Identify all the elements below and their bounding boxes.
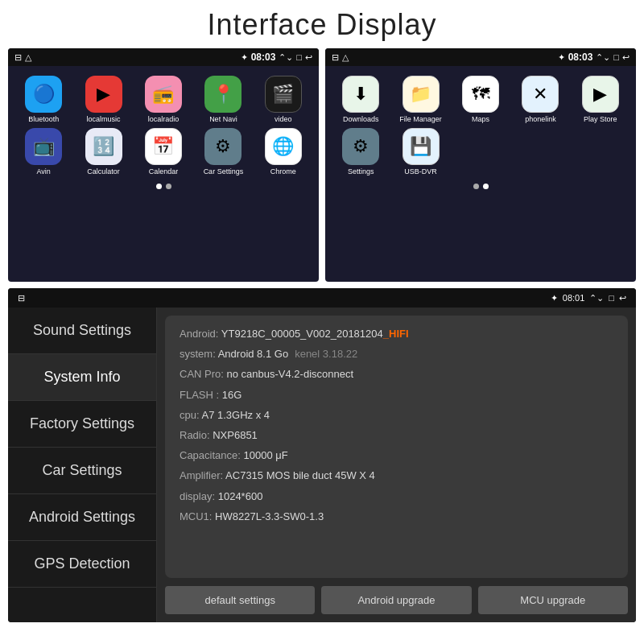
app-label: Maps xyxy=(472,115,489,123)
app-item[interactable]: 📍 Net Navi xyxy=(196,76,250,123)
app-label: Calculator xyxy=(87,167,120,175)
info-row: Radio: NXP6851 xyxy=(180,428,613,443)
sidebar-item[interactable]: Car Settings xyxy=(8,448,156,494)
status-bar-left: ⊟ △ ✦ 08:03 ⌃⌄ □ ↩ xyxy=(8,48,319,66)
info-row: Amplifier: AC7315 MOS bile duct 45W X 4 xyxy=(180,469,613,483)
dot-1-left xyxy=(156,184,162,189)
app-label: Downloads xyxy=(343,115,379,123)
sidebar-item[interactable]: System Info xyxy=(8,354,156,401)
app-label: Net Navi xyxy=(209,115,237,123)
status-bar-right: ⊟ △ ✦ 08:03 ⌃⌄ □ ↩ xyxy=(325,48,636,66)
app-icon: ✕ xyxy=(522,76,559,113)
app-item[interactable]: 🎬 video xyxy=(256,76,311,123)
app-item[interactable]: 📅 Calendar xyxy=(136,128,191,175)
sidebar-item[interactable]: Android Settings xyxy=(8,494,156,541)
app-icon: ⚙ xyxy=(342,128,379,165)
main-content: Android: YT9218C_00005_V002_20181204_HIF… xyxy=(157,308,636,622)
info-row: Android: YT9218C_00005_V002_20181204_HIF… xyxy=(180,327,613,341)
back-icon-right: ↩ xyxy=(622,52,630,63)
app-item[interactable]: 📺 Avin xyxy=(16,128,71,175)
app-label: File Manager xyxy=(399,115,442,123)
app-item[interactable]: ⚙ Settings xyxy=(333,128,388,175)
app-item[interactable]: ✕ phonelink xyxy=(513,76,568,123)
sidebar-item[interactable]: Sound Settings xyxy=(8,308,156,354)
notif-icon-left: △ xyxy=(25,52,31,63)
app-label: Calendar xyxy=(149,167,179,175)
app-icon: ⬇ xyxy=(342,76,379,113)
bt-icon-left: ✦ xyxy=(241,52,248,63)
panel-arr-icon: ⌃⌄ xyxy=(589,293,604,303)
action-button[interactable]: MCU upgrade xyxy=(478,586,628,614)
app-item[interactable]: ▶ Play Store xyxy=(573,76,628,123)
info-row: cpu: A7 1.3GHz x 4 xyxy=(180,408,613,423)
sidebar-item[interactable]: Factory Settings xyxy=(8,401,156,448)
panel-win-icon: □ xyxy=(609,293,614,303)
app-item[interactable]: ⚙ Car Settings xyxy=(196,128,250,175)
arr-icon-left: ⌃⌄ xyxy=(279,52,293,63)
dot-2-left xyxy=(166,184,171,189)
sidebar-item[interactable]: GPS Detection xyxy=(8,541,156,588)
action-button[interactable]: Android upgrade xyxy=(321,586,471,614)
screenshot-right: ⊟ △ ✦ 08:03 ⌃⌄ □ ↩ ⬇ Downloads 📁 File Ma… xyxy=(325,48,636,282)
app-item[interactable]: 💾 USB-DVR xyxy=(393,128,448,175)
app-item[interactable]: ⬇ Downloads xyxy=(333,76,388,123)
app-icon: 📁 xyxy=(402,76,440,113)
app-grid-left: 🔵 Bluetooth ▶ localmusic 📻 localradio 📍 … xyxy=(8,66,319,180)
app-icon: 🗺 xyxy=(462,76,499,113)
notif-icon-right: △ xyxy=(342,52,349,63)
panel-back-icon: ↩ xyxy=(619,293,626,303)
app-icon: 📻 xyxy=(145,76,182,113)
dot-1-right xyxy=(473,184,479,189)
sidebar: Sound SettingsSystem InfoFactory Setting… xyxy=(8,308,157,622)
app-label: video xyxy=(275,115,292,123)
app-label: phonelink xyxy=(525,115,556,123)
dot-indicator-right xyxy=(325,180,636,192)
app-label: localmusic xyxy=(87,115,121,123)
win-icon-right: □ xyxy=(613,52,619,62)
app-icon: 🎬 xyxy=(265,76,302,113)
info-row: system: Android 8.1 Gokenel 3.18.22 xyxy=(180,347,613,361)
app-label: Car Settings xyxy=(204,167,244,175)
app-icon: 🔵 xyxy=(25,76,62,113)
app-item[interactable]: 📻 localradio xyxy=(136,76,191,123)
panel-status-bar: ⊟ ✦ 08:01 ⌃⌄ □ ↩ xyxy=(8,288,636,308)
action-buttons: default settingsAndroid upgradeMCU upgra… xyxy=(157,586,636,622)
app-icon: ⚙ xyxy=(204,128,242,165)
info-row: display: 1024*600 xyxy=(180,489,613,504)
app-icon: 🔢 xyxy=(85,128,122,165)
home-icon-left: ⊟ xyxy=(14,52,22,63)
app-label: Settings xyxy=(348,167,374,175)
android-panel: ⊟ ✦ 08:01 ⌃⌄ □ ↩ Sound SettingsSystem In… xyxy=(8,288,636,622)
screenshot-left: ⊟ △ ✦ 08:03 ⌃⌄ □ ↩ 🔵 Bluetooth ▶ localmu… xyxy=(8,48,319,282)
app-label: Play Store xyxy=(584,115,617,123)
app-item[interactable]: 🗺 Maps xyxy=(453,76,508,123)
info-row: Capacitance: 10000 μF xyxy=(180,448,613,463)
app-item[interactable]: 📁 File Manager xyxy=(393,76,448,123)
app-item[interactable]: 🌐 Chrome xyxy=(256,128,311,175)
dot-2-right xyxy=(483,184,489,189)
home-icon-right: ⊟ xyxy=(332,52,339,63)
app-label: localradio xyxy=(148,115,180,123)
app-label: USB-DVR xyxy=(404,167,437,175)
app-item[interactable]: ▶ localmusic xyxy=(76,76,130,123)
arr-icon-right: ⌃⌄ xyxy=(596,52,610,63)
bt-icon-right: ✦ xyxy=(558,52,565,63)
dot-indicator-left xyxy=(8,180,319,192)
app-icon: 📅 xyxy=(145,128,182,165)
app-label: Chrome xyxy=(270,167,296,175)
panel-time: 08:01 xyxy=(563,293,585,303)
page-title: Interface Display xyxy=(0,0,644,48)
app-item[interactable]: 🔢 Calculator xyxy=(76,128,130,175)
panel-body: Sound SettingsSystem InfoFactory Setting… xyxy=(8,308,636,622)
app-icon: 💾 xyxy=(402,128,440,165)
info-row: CAN Pro: no canbus-V4.2-disconnect xyxy=(180,367,613,382)
app-icon: 📺 xyxy=(25,128,62,165)
app-grid-right: ⬇ Downloads 📁 File Manager 🗺 Maps ✕ phon… xyxy=(325,66,636,180)
info-row: FLASH : 16G xyxy=(180,388,613,402)
app-item[interactable]: 🔵 Bluetooth xyxy=(16,76,71,123)
time-left: 08:03 xyxy=(251,52,276,63)
app-label: Avin xyxy=(37,167,51,175)
time-right: 08:03 xyxy=(568,52,593,63)
screenshots-row: ⊟ △ ✦ 08:03 ⌃⌄ □ ↩ 🔵 Bluetooth ▶ localmu… xyxy=(0,48,644,282)
action-button[interactable]: default settings xyxy=(165,586,315,614)
